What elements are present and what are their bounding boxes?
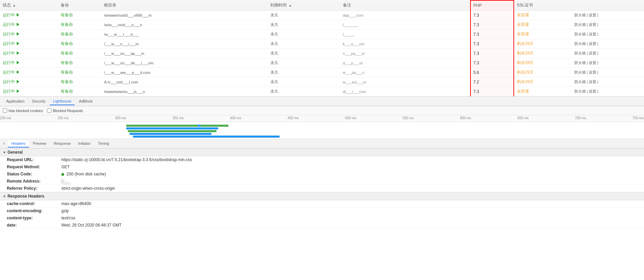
ssl-cell: 剩余29天	[514, 77, 572, 87]
action-cell[interactable]: 防火墙 | 设置 |	[572, 58, 644, 68]
filter-bar: Has blocked cookies Blocked Requests	[0, 106, 644, 115]
th-note[interactable]: 备注	[340, 0, 470, 11]
status-cell: 运行中 ▶	[0, 20, 58, 30]
date-value: Wed, 28 Oct 2020 06:48:37 GMT	[61, 223, 122, 228]
status-cell: 运行中 ▶	[0, 87, 58, 96]
php-cell: 5.6	[470, 68, 514, 77]
tab-adblock[interactable]: AdBlock	[75, 98, 96, 105]
action-cell[interactable]: 防火墙 | 设置 |	[572, 30, 644, 39]
table-row: 运行中 ▶ 有备份 A /v___oot/___t.com 永久 w___aoi…	[0, 77, 644, 87]
expire-cell: 永久	[268, 58, 340, 68]
content-type-label: content-type:	[7, 216, 61, 220]
blocked-requests-label[interactable]: Blocked Requests	[47, 108, 83, 113]
req-tab-timing[interactable]: Timing	[94, 140, 113, 147]
has-blocked-cookies-checkbox[interactable]	[3, 108, 7, 113]
ssl-cell: 剩余29天	[514, 39, 572, 49]
ssl-cell: 剩余29天	[514, 68, 572, 77]
status-code-label: Status Code:	[7, 172, 61, 176]
tab-security[interactable]: Security	[29, 98, 49, 105]
req-tab-response[interactable]: Response	[50, 140, 74, 147]
status-cell: 运行中 ▶	[0, 49, 58, 58]
backup-cell: 有备份	[58, 49, 101, 58]
ssl-cell: 剩余29天	[514, 58, 572, 68]
general-section-header[interactable]: ▼ General	[0, 149, 644, 156]
root-cell: /w___w___r___d___	[101, 30, 268, 39]
th-backup[interactable]: 备份	[58, 0, 101, 11]
tab-application[interactable]: Application	[3, 98, 28, 105]
timeline-tick: 300 ms	[115, 116, 126, 120]
action-cell[interactable]: 防火墙 | 设置 |	[572, 39, 644, 49]
general-arrow-icon: ▼	[3, 151, 6, 154]
backup-cell: 有备份	[58, 87, 101, 96]
root-cell: A /v___oot/___t.com	[101, 77, 268, 87]
req-tab-preview[interactable]: Preview	[30, 140, 50, 147]
timeline-bar	[130, 133, 211, 135]
status-dot-icon	[61, 173, 64, 176]
timeline-tick: 550 ms	[403, 116, 414, 120]
action-cell[interactable]: 防火墙 | 设置 |	[572, 68, 644, 77]
close-button[interactable]: ×	[3, 141, 5, 146]
blocked-requests-checkbox[interactable]	[47, 108, 51, 113]
status-code-row: Status Code: 200 (from disk cache)	[0, 171, 644, 178]
th-ssl: SSL证书	[514, 0, 572, 11]
expire-cell: 永久	[268, 30, 340, 39]
action-cell[interactable]: 防火墙 | 设置 |	[572, 87, 644, 96]
th-expire[interactable]: 到期时间 ▲	[268, 0, 340, 11]
expire-cell: 永久	[268, 77, 340, 87]
action-cell[interactable]: 防火墙 | 设置 |	[572, 20, 644, 30]
table-row: 运行中 ▶ 有备份 /w/w___root/___o___n 永久 l_____…	[0, 20, 644, 30]
response-headers-section-header[interactable]: ▼ Response Headers	[0, 192, 644, 200]
th-php: PHP	[470, 0, 514, 11]
timeline-tick: 250 ms	[58, 116, 69, 120]
php-cell: 7.2	[470, 77, 514, 87]
expire-sort-icon: ▲	[289, 4, 292, 7]
status-code-value: 200 (from disk cache)	[61, 172, 106, 176]
tab-lighthouse[interactable]: Lighthouse	[50, 98, 75, 105]
backup-cell: 有备份	[58, 20, 101, 30]
req-tab-initiator[interactable]: Initiator	[75, 140, 94, 147]
date-label: date:	[7, 223, 61, 228]
request-url-value[interactable]: https://static-zj-10000.bt.cn/7.5.21/boo…	[61, 157, 192, 162]
table-row: 运行中 ▶ 有备份 /www/www/oo___js___n 永久 di___l…	[0, 87, 644, 96]
note-cell: w___aoi___or	[340, 77, 470, 87]
root-cell: /___w___ww___p___it.com	[101, 68, 268, 77]
expire-cell: 永久	[268, 49, 340, 58]
root-cell: /w/www/root/d___o666___m	[101, 11, 268, 20]
content-encoding-row: content-encoding: gzip	[0, 207, 644, 215]
note-cell: di___l___com	[340, 87, 470, 96]
response-headers-arrow-icon: ▼	[3, 195, 6, 198]
status-cell: 运行中 ▶	[0, 39, 58, 49]
content-type-row: content-type: text/css	[0, 215, 644, 222]
timeline-tick: 650 ms	[518, 116, 529, 120]
action-cell[interactable]: 防火墙 | 设置 |	[572, 77, 644, 87]
note-cell: d___p___or	[340, 58, 470, 68]
note-cell: l_____	[340, 30, 470, 39]
table-row: 运行中 ▶ 有备份 /w___w___r___d___ 永久 l_____ 7.…	[0, 30, 644, 39]
action-cell[interactable]: 防火墙 | 设置 |	[572, 49, 644, 58]
backup-cell: 有备份	[58, 58, 101, 68]
php-cell: 7.3	[470, 87, 514, 96]
backup-cell: 有备份	[58, 68, 101, 77]
timeline-bar	[128, 130, 216, 132]
request-panel: ▼ General Request URL: https://static-zj…	[0, 149, 644, 251]
ssl-cell: 未部署	[514, 30, 572, 39]
backup-cell: 有备份	[58, 39, 101, 49]
referrer-policy-row: Referrer Policy: strict-origin-when-cros…	[0, 185, 644, 192]
status-sort-icon: ▲	[13, 4, 16, 7]
timeline-bar	[133, 136, 280, 138]
status-cell: 运行中 ▶	[0, 30, 58, 39]
ssl-cell: 未部署	[514, 11, 572, 20]
expire-cell: 永久	[268, 20, 340, 30]
action-cell[interactable]: 防火墙 | 设置 |	[572, 11, 644, 20]
th-root[interactable]: 根目录	[101, 0, 268, 11]
timeline-tick: 400 ms	[230, 116, 241, 120]
status-cell: 运行中 ▶	[0, 77, 58, 87]
backup-cell: 有备份	[58, 11, 101, 20]
has-blocked-cookies-label[interactable]: Has blocked cookies	[3, 108, 43, 113]
timeline-tick: 200 ms	[0, 116, 11, 120]
php-cell: 7.3	[470, 58, 514, 68]
request-url-row: Request URL: https://static-zj-10000.bt.…	[0, 156, 644, 164]
th-status[interactable]: 状态 ▲	[0, 0, 58, 11]
note-cell: l_______	[340, 20, 470, 30]
req-tab-headers[interactable]: Headers	[8, 140, 29, 147]
